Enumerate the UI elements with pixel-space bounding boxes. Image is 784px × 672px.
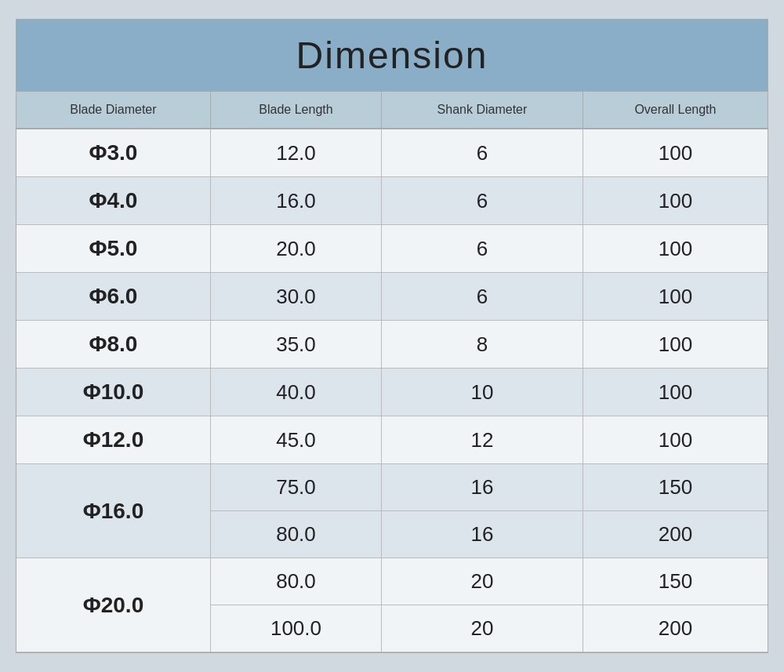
header-overall-length: Overall Length — [583, 92, 768, 129]
blade-length-cell: 16.0 — [210, 177, 381, 225]
shank-diameter-cell: 8 — [382, 321, 583, 369]
blade-diameter-cell: Φ3.0 — [16, 129, 210, 177]
overall-length-cell: 100 — [583, 273, 768, 321]
overall-length-cell: 100 — [583, 225, 768, 273]
blade-length-cell: 20.0 — [210, 225, 381, 273]
header-blade-diameter: Blade Diameter — [16, 92, 210, 129]
blade-diameter-cell: Φ16.0 — [16, 464, 210, 558]
overall-length-cell: 100 — [583, 321, 768, 369]
shank-diameter-cell: 6 — [382, 129, 583, 177]
overall-length-cell: 150 — [583, 558, 768, 605]
blade-diameter-cell: Φ6.0 — [16, 273, 210, 321]
blade-length-cell: 30.0 — [210, 273, 381, 321]
table-row: Φ3.012.06100 — [16, 129, 768, 177]
blade-length-cell: 35.0 — [210, 321, 381, 369]
table-row: Φ6.030.06100 — [16, 273, 768, 321]
blade-diameter-cell: Φ5.0 — [16, 225, 210, 273]
blade-length-cell: 45.0 — [210, 416, 381, 464]
shank-diameter-cell: 6 — [382, 273, 583, 321]
dimension-table: Dimension Blade Diameter Blade Length Sh… — [16, 19, 768, 653]
header-shank-diameter: Shank Diameter — [382, 92, 583, 129]
table-row: Φ4.016.06100 — [16, 177, 768, 225]
shank-diameter-cell: 16 — [382, 511, 583, 558]
shank-diameter-cell: 20 — [382, 605, 583, 652]
table-row: Φ12.045.012100 — [16, 416, 768, 464]
table-row: Φ20.080.020150 — [16, 558, 768, 605]
table-row: Φ16.075.016150 — [16, 464, 768, 511]
overall-length-cell: 100 — [583, 129, 768, 177]
header-row: Blade Diameter Blade Length Shank Diamet… — [16, 92, 768, 129]
data-table: Blade Diameter Blade Length Shank Diamet… — [16, 91, 768, 652]
overall-length-cell: 200 — [583, 605, 768, 652]
shank-diameter-cell: 6 — [382, 225, 583, 273]
shank-diameter-cell: 12 — [382, 416, 583, 464]
blade-length-cell: 12.0 — [210, 129, 381, 177]
shank-diameter-cell: 20 — [382, 558, 583, 605]
table-row: Φ10.040.010100 — [16, 369, 768, 416]
blade-length-cell: 40.0 — [210, 369, 381, 416]
shank-diameter-cell: 10 — [382, 369, 583, 416]
overall-length-cell: 150 — [583, 464, 768, 511]
blade-length-cell: 80.0 — [210, 558, 381, 605]
table-row: Φ8.035.08100 — [16, 321, 768, 369]
blade-diameter-cell: Φ4.0 — [16, 177, 210, 225]
header-blade-length: Blade Length — [210, 92, 381, 129]
blade-diameter-cell: Φ10.0 — [16, 369, 210, 416]
overall-length-cell: 100 — [583, 369, 768, 416]
blade-diameter-cell: Φ12.0 — [16, 416, 210, 464]
overall-length-cell: 200 — [583, 511, 768, 558]
table-title-row: Dimension — [16, 20, 768, 91]
blade-diameter-cell: Φ8.0 — [16, 321, 210, 369]
overall-length-cell: 100 — [583, 177, 768, 225]
shank-diameter-cell: 16 — [382, 464, 583, 511]
blade-length-cell: 80.0 — [210, 511, 381, 558]
table-row: Φ5.020.06100 — [16, 225, 768, 273]
blade-diameter-cell: Φ20.0 — [16, 558, 210, 652]
blade-length-cell: 75.0 — [210, 464, 381, 511]
table-title: Dimension — [296, 35, 488, 76]
table-body: Φ3.012.06100Φ4.016.06100Φ5.020.06100Φ6.0… — [16, 129, 768, 652]
overall-length-cell: 100 — [583, 416, 768, 464]
blade-length-cell: 100.0 — [210, 605, 381, 652]
shank-diameter-cell: 6 — [382, 177, 583, 225]
